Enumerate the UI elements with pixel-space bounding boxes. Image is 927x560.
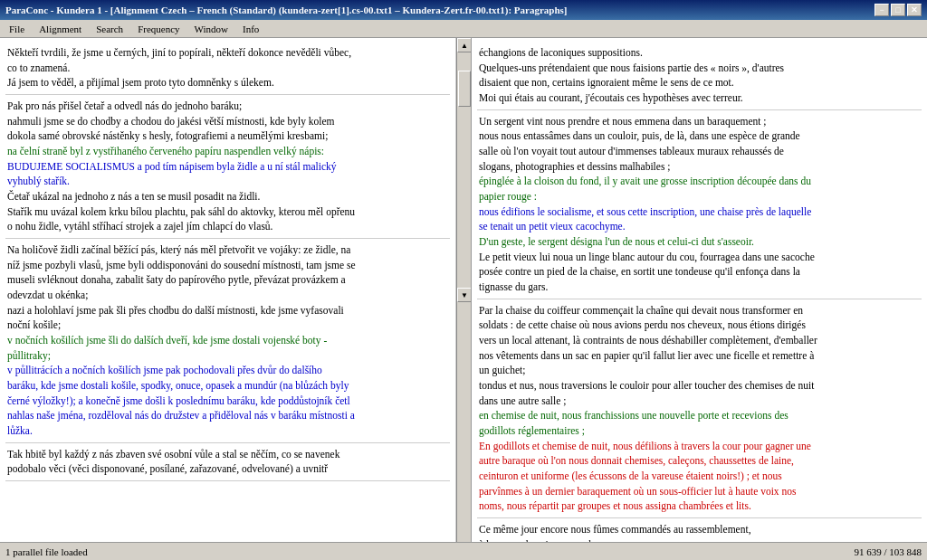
- left-p2-l6: vyhublý stařík.: [7, 174, 448, 189]
- left-p2-l3: dokola samé obrovské nástěnky s hesly, f…: [7, 128, 448, 144]
- left-p3-l3: museli svléknout donaha, zabalit šaty do…: [7, 272, 448, 288]
- left-p2-l8: Stařík mu uvázal kolem krku bílou placht…: [7, 204, 448, 220]
- right-p2-l4: slogans, photographies et dessins malhab…: [479, 159, 920, 175]
- right-p2-l1: Un sergent vint nous prendre et nous emm…: [479, 114, 920, 129]
- right-p3-l8: en chemise de nuit, nous franchissions u…: [479, 408, 920, 423]
- left-p3-l10: baráku, kde jsme dostali košile, spodky,…: [7, 378, 448, 394]
- left-p4-l2: podobalo věci (věci disponované, posílan…: [7, 461, 448, 477]
- left-para-4: Tak hbitě byl každý z nás zbaven své oso…: [5, 443, 450, 481]
- right-p2-l3: salle où l'on voyait tout autour d'immen…: [479, 144, 920, 159]
- right-p4-l2: à la soupe du soir, au coucher.: [479, 537, 920, 542]
- right-p1-l2: Quelques-uns prétendaient que nous faisi…: [479, 61, 920, 76]
- right-p2-l7: nous édifions le socialisme, et sous cet…: [479, 204, 920, 220]
- right-p2-l5: épinglée à la cloison du fond, il y avai…: [479, 174, 920, 189]
- status-bar: 1 parallel file loaded 91 639 / 103 848: [0, 542, 927, 560]
- left-p3-l12: nahlas naše jména, rozděloval nás do dru…: [7, 408, 448, 423]
- menu-search[interactable]: Search: [91, 23, 129, 35]
- right-p3-l4: nos vêtements dans un sac en papier qu'i…: [479, 348, 920, 364]
- menu-info[interactable]: Info: [237, 23, 264, 35]
- left-p3-l11: černé výložky!); a konečně jsme došli k …: [7, 394, 448, 409]
- left-p3-l4: odevzdat u okénka;: [7, 288, 448, 303]
- scrollbar-thumb[interactable]: [458, 71, 471, 107]
- right-p3-l14: noms, nous répartit par groupes et nous …: [479, 498, 920, 514]
- window-controls: − □ ✕: [874, 4, 922, 16]
- right-p1-l1: échangions de laconiques suppositions.: [479, 45, 920, 61]
- menu-file[interactable]: File: [4, 23, 30, 35]
- right-para-3: Par la chaise du coiffeur commençait la …: [477, 299, 922, 518]
- right-p3-l2: soldats : de cette chaise où nous avions…: [479, 318, 920, 333]
- left-p1-l1: Někteří tvrdili, že jsme u černých, jiní…: [7, 45, 448, 61]
- left-p2-l4: na čelní straně byl z vystřihaného červe…: [7, 144, 448, 159]
- title-text: ParaConc - Kundera 1 - [Alignment Czech …: [5, 5, 567, 15]
- right-p1-l4: Moi qui étais au courant, j'écoutais ces…: [479, 90, 920, 106]
- right-p3-l11: autre baraque où l'on nous donnait chemi…: [479, 453, 920, 469]
- left-p2-l9: o nohu židle, vytáhl stříhací strojek a …: [7, 219, 448, 234]
- right-para-2: Un sergent vint nous prendre et nous emm…: [477, 110, 922, 299]
- left-p3-l13: lůžka.: [7, 423, 448, 439]
- status-right: 91 639 / 103 848: [854, 546, 922, 557]
- status-left: 1 parallel file loaded: [5, 546, 88, 557]
- right-p3-l3: vers un local attenant, là contraints de…: [479, 333, 920, 348]
- left-p1-l3: Já jsem to věděl, a přijímal jsem proto …: [7, 75, 448, 90]
- left-p2-l1: Pak pro nás přišel četař a odvedl nás do…: [7, 99, 448, 114]
- left-p4-l1: Tak hbitě byl každý z nás zbaven své oso…: [7, 447, 448, 462]
- left-p2-l7: Četař ukázal na jednoho z nás a ten se m…: [7, 189, 448, 204]
- right-p3-l13: parvînmes à un dernier baraquement où un…: [479, 484, 920, 499]
- left-para-2: Pak pro nás přišel četař a odvedl nás do…: [5, 95, 450, 239]
- right-para-4: Ce même jour encore nous fûmes commandés…: [477, 518, 922, 542]
- left-para-1: Někteří tvrdili, že jsme u černých, jiní…: [5, 42, 450, 95]
- right-p2-l6: papier rouge :: [479, 189, 920, 204]
- right-p3-l5: un guichet;: [479, 363, 920, 378]
- scrollbar-down-btn[interactable]: ▼: [457, 288, 472, 302]
- scrollbar-up-btn[interactable]: ▲: [457, 38, 472, 52]
- left-p3-l1: Na holičově židli začínal běžící pás, kt…: [7, 242, 448, 258]
- right-p2-l12: tignasse du gars.: [479, 280, 920, 295]
- right-p3-l9: godillots réglementaires ;: [479, 423, 920, 439]
- right-p2-l8: se tenait un petit vieux cacochyme.: [479, 219, 920, 234]
- menu-frequency[interactable]: Frequency: [132, 23, 185, 35]
- right-p4-l1: Ce même jour encore nous fûmes commandés…: [479, 522, 920, 537]
- left-p2-l2: nahmuli jsme se do chodby a chodou do ja…: [7, 114, 448, 129]
- minimize-button[interactable]: −: [874, 4, 889, 16]
- menu-window[interactable]: Window: [189, 23, 234, 35]
- right-p1-l3: disaient que non, certains ignoraient mê…: [479, 75, 920, 90]
- close-button[interactable]: ✕: [907, 4, 922, 16]
- left-p3-l8: půllitraky;: [7, 348, 448, 364]
- center-scrollbar[interactable]: ▲ ▼: [456, 38, 471, 542]
- right-pane[interactable]: échangions de laconiques suppositions. Q…: [471, 38, 927, 542]
- left-p2-l5: BUDUJEME SOCIALISMUS a pod tím nápisem b…: [7, 159, 448, 175]
- right-p2-l11: posée contre un pied de la chaise, en so…: [479, 264, 920, 280]
- left-pane[interactable]: Někteří tvrdili, že jsme u černých, jiní…: [0, 38, 456, 542]
- left-p3-l7: v nočních košilích jsme šli do dalších d…: [7, 333, 448, 348]
- right-p2-l9: D'un geste, le sergent désigna l'un de n…: [479, 234, 920, 250]
- menu-bar: File Alignment Search Frequency Window I…: [0, 20, 927, 38]
- maximize-button[interactable]: □: [891, 4, 905, 16]
- left-para-3: Na holičově židli začínal běžící pás, kt…: [5, 239, 450, 443]
- right-p3-l12: ceinturon et uniforme (les écussons de l…: [479, 469, 920, 484]
- right-para-1: échangions de laconiques suppositions. Q…: [477, 42, 922, 110]
- left-p3-l2: níž jsme pozbyli vlasů, jsme byli oddisp…: [7, 258, 448, 273]
- content-area: Někteří tvrdili, že jsme u černých, jiní…: [0, 38, 927, 542]
- right-p3-l1: Par la chaise du coiffeur commençait la …: [479, 303, 920, 318]
- menu-alignment[interactable]: Alignment: [33, 23, 87, 35]
- left-p1-l2: co to znamená.: [7, 61, 448, 76]
- right-p3-l7: dans une autre salle ;: [479, 394, 920, 409]
- left-p3-l5: nazi a holohlaví jsme pak šli přes chodb…: [7, 303, 448, 318]
- left-p3-l9: v půllitrácích a nočních košilích jsme p…: [7, 363, 448, 378]
- right-p2-l10: Le petit vieux lui noua un linge blanc a…: [479, 250, 920, 265]
- left-p3-l6: noční košile;: [7, 318, 448, 333]
- right-p3-l10: En godillots et chemise de nuit, nous dé…: [479, 439, 920, 454]
- right-p3-l6: tondus et nus, nous traversions le coulo…: [479, 378, 920, 394]
- right-p2-l2: nous nous entassâmes dans un couloir, pu…: [479, 128, 920, 144]
- title-bar: ParaConc - Kundera 1 - [Alignment Czech …: [0, 0, 927, 20]
